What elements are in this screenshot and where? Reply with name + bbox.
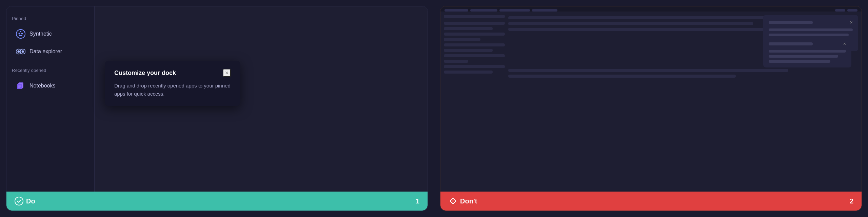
data-explorer-label: Data explorer xyxy=(29,48,62,55)
tooltip-popup: Customize your dock × Drag and drop rece… xyxy=(105,61,240,106)
fake-tab-4 xyxy=(532,9,557,12)
main-area: Customize your dock × Drag and drop rece… xyxy=(95,6,428,192)
right-panel-popup-bottom: × xyxy=(763,36,851,67)
fake-line xyxy=(444,38,480,41)
tab-spacer xyxy=(559,9,833,12)
notebooks-label: Notebooks xyxy=(29,83,56,89)
popup-line xyxy=(769,28,853,31)
right-popup-bottom-close-button[interactable]: × xyxy=(843,41,846,46)
sidebar-item-data-explorer[interactable]: Data explorer xyxy=(12,43,89,60)
tooltip-close-button[interactable]: × xyxy=(223,69,231,77)
sidebar-item-synthetic[interactable]: Synthetic xyxy=(12,26,89,42)
fake-content: × xyxy=(440,12,862,81)
fake-line xyxy=(444,33,505,36)
notebooks-icon xyxy=(16,81,25,91)
fake-line xyxy=(444,43,505,46)
sidebar: Pinned Synthetic xyxy=(6,6,95,192)
dont-footer-bar: Don't 2 xyxy=(440,192,862,211)
right-panel: × xyxy=(434,0,868,217)
synthetic-label: Synthetic xyxy=(29,31,52,37)
sidebar-item-notebooks[interactable]: Notebooks xyxy=(12,78,89,94)
diamond-warning-icon xyxy=(449,197,457,205)
dont-number: 2 xyxy=(850,197,853,205)
fake-sidebar-right xyxy=(444,15,505,78)
dont-label: Don't xyxy=(460,197,477,205)
fake-line xyxy=(444,65,505,68)
fake-line xyxy=(508,16,806,19)
synthetic-icon xyxy=(16,29,25,39)
left-panel: Pinned Synthetic xyxy=(0,0,434,217)
popup-line xyxy=(769,50,846,53)
fake-tab-1 xyxy=(445,9,468,12)
fake-line xyxy=(508,69,788,72)
fake-line xyxy=(444,54,505,57)
recently-section: Recently opened xyxy=(12,68,89,94)
svg-point-8 xyxy=(22,51,24,53)
svg-rect-12 xyxy=(17,84,22,89)
popup-line xyxy=(769,34,849,36)
right-content-area: × xyxy=(440,12,862,192)
right-popup-top-title xyxy=(769,21,813,24)
right-popup-bottom-lines xyxy=(769,50,846,63)
svg-rect-4 xyxy=(20,31,21,32)
right-popup-bottom-title xyxy=(769,42,813,45)
svg-point-18 xyxy=(453,202,453,203)
svg-rect-3 xyxy=(19,35,22,36)
data-explorer-icon xyxy=(16,47,25,56)
fake-line xyxy=(444,22,505,25)
fake-line xyxy=(444,49,493,52)
fake-main-right: × xyxy=(508,15,858,78)
svg-point-6 xyxy=(17,51,20,53)
tooltip-title: Customize your dock xyxy=(114,70,176,77)
popup-line xyxy=(769,60,830,63)
left-content: Pinned Synthetic xyxy=(6,6,428,192)
recently-label: Recently opened xyxy=(12,68,89,73)
right-panel-inner: × xyxy=(440,6,862,211)
fake-mid-lines xyxy=(508,69,858,78)
check-circle-icon xyxy=(15,197,23,205)
fake-tab-ctrl-1 xyxy=(835,9,845,12)
fake-tab-3 xyxy=(499,9,530,12)
svg-point-0 xyxy=(16,29,25,38)
dont-footer-left: Don't xyxy=(449,197,477,205)
do-footer-bar: Do 1 xyxy=(6,192,428,211)
fake-line xyxy=(444,60,468,63)
do-number: 1 xyxy=(416,197,419,205)
popup-line xyxy=(769,55,838,58)
do-footer-left: Do xyxy=(15,197,35,205)
pinned-section: Pinned Synthetic xyxy=(12,16,89,60)
fake-tab-2 xyxy=(470,9,497,12)
do-label: Do xyxy=(26,197,35,205)
tooltip-body: Drag and drop recently opened apps to yo… xyxy=(114,82,231,98)
fake-line xyxy=(444,71,493,74)
fake-line xyxy=(508,22,753,25)
fake-line xyxy=(444,27,493,30)
tooltip-header: Customize your dock × xyxy=(114,69,231,77)
svg-point-2 xyxy=(21,33,23,35)
svg-point-1 xyxy=(19,33,20,35)
right-popup-top-header: × xyxy=(769,20,853,25)
fake-tab-ctrl-2 xyxy=(847,9,857,12)
fake-line xyxy=(444,15,505,18)
right-panel-tabs xyxy=(440,6,862,12)
left-panel-inner: Pinned Synthetic xyxy=(6,6,428,211)
fake-line xyxy=(508,75,736,78)
right-popup-top-close-button[interactable]: × xyxy=(850,20,853,25)
right-popup-bottom-header: × xyxy=(769,41,846,46)
pinned-label: Pinned xyxy=(12,16,89,21)
